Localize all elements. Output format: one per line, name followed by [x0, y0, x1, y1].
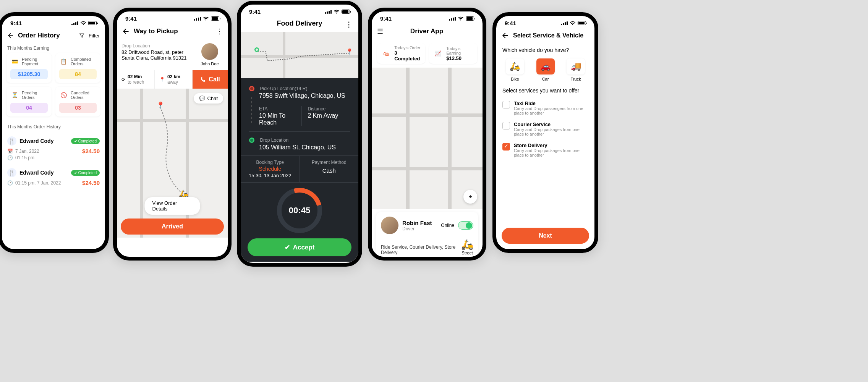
- earning-section-label: This Months Earning: [2, 43, 105, 53]
- order-history-item[interactable]: 🍴 Edward Cody ✔ Completed 📅7 Jan, 2022 $…: [2, 132, 105, 163]
- stats-grid: 💳 PendingPayment $1205.30 📋 CompletedOrd…: [2, 53, 105, 117]
- phone-food-delivery: 9:41 Food Delivery ⋮ 📍 Pick-Up Location(…: [237, 1, 362, 267]
- stat-value: 03: [59, 103, 97, 113]
- service-option-courier[interactable]: Courier ServiceCarry and Drop packages f…: [496, 118, 594, 139]
- customer-avatar[interactable]: [201, 43, 218, 60]
- todays-order-card[interactable]: 🛍 Today's Order3 Completed: [377, 43, 425, 64]
- customer-name: Edward Cody: [19, 138, 53, 144]
- route-path: [155, 104, 189, 199]
- driver-profile-card: Robin Fast Driver Online Ride Service, C…: [376, 212, 478, 260]
- back-arrow-icon[interactable]: [7, 32, 14, 39]
- wifi-icon: [570, 21, 576, 26]
- my-location-button[interactable]: ⌖: [463, 190, 477, 204]
- customer-name: John Doe: [196, 62, 223, 66]
- drop-address: 105 William St, Chicago, US: [249, 144, 350, 151]
- phone-driver-app: 9:41 ☰ Driver App 🛍 Today's Order3 Compl…: [368, 8, 486, 261]
- view-order-details-button[interactable]: View Order Details: [145, 197, 200, 215]
- distance-value: 2 Km Away: [308, 112, 350, 119]
- car-icon: 🚗: [536, 58, 555, 74]
- back-arrow-icon[interactable]: [502, 32, 509, 39]
- driver-name: Robin Fast: [402, 220, 437, 226]
- stat-card-pending-orders[interactable]: ⏳ PendingOrders 04: [6, 87, 52, 117]
- countdown-timer: 00:45: [277, 188, 322, 233]
- start-point-icon: [254, 47, 259, 52]
- service-option-store-delivery[interactable]: Store DeliveryCarry and Drop packages fr…: [496, 139, 594, 160]
- back-arrow-icon[interactable]: [122, 28, 130, 35]
- checkbox[interactable]: [502, 143, 510, 151]
- battery-icon: [466, 16, 474, 21]
- map-view[interactable]: 📍: [241, 32, 358, 78]
- status-bar: 9:41: [117, 11, 228, 23]
- battery-icon: [211, 16, 219, 21]
- vehicle-option-bike[interactable]: 🛵Bike: [502, 58, 528, 81]
- status-bar: 9:41: [496, 16, 594, 28]
- chat-button[interactable]: 💬Chat: [194, 93, 223, 104]
- money-icon: 💳: [10, 57, 19, 66]
- eta-value: 10 Min To Reach: [259, 112, 301, 126]
- call-button[interactable]: Call: [193, 70, 228, 89]
- stat-card-completed-orders[interactable]: 📋 CompletedOrders 84: [55, 53, 100, 83]
- status-time: 9:41: [125, 15, 137, 22]
- stat-value: $1205.30: [10, 69, 48, 79]
- menu-icon[interactable]: ☰: [377, 27, 383, 36]
- booking-details: Booking Type Schedule 15:30, 13 Jan 2022…: [241, 155, 358, 183]
- order-amount: $24.50: [82, 148, 100, 154]
- check-icon: ✔: [285, 243, 290, 251]
- status-time: 9:41: [249, 8, 261, 15]
- battery-icon: [342, 10, 350, 14]
- phone-icon: [200, 76, 206, 83]
- drop-location-card: Drop Location 82 Driftwood Road, st, pet…: [117, 39, 228, 70]
- drop-label: Drop Location: [121, 43, 193, 49]
- online-label: Online: [441, 223, 454, 228]
- truck-icon: 🚚: [567, 58, 585, 74]
- checklist-icon: 📋: [59, 57, 68, 66]
- driver-role: Driver: [402, 226, 437, 231]
- map-view[interactable]: ⌖: [372, 68, 483, 209]
- status-bar: 9:41: [372, 11, 483, 23]
- arrived-button[interactable]: Arrived: [121, 219, 224, 235]
- stat-card-pending-payment[interactable]: 💳 PendingPayment $1205.30: [6, 53, 52, 83]
- signal-icon: [561, 21, 568, 25]
- hourglass-icon: ⏳: [10, 91, 19, 99]
- checkbox[interactable]: [502, 122, 510, 129]
- drop-dot-icon: [249, 138, 254, 143]
- pickup-dot-icon: [249, 86, 254, 91]
- vehicle-option-truck[interactable]: 🚚Truck: [563, 58, 588, 81]
- clock-icon: 🕐: [7, 155, 13, 160]
- more-icon[interactable]: ⋮: [216, 27, 222, 36]
- scooter-icon: 🛵: [461, 239, 473, 251]
- checkbox[interactable]: [502, 101, 510, 108]
- status-bar: 9:41: [2, 16, 105, 28]
- page-title: Select Service & Vehicle: [513, 32, 583, 39]
- order-info-panel: Pick-Up Location(14 R) 7958 Swift Villag…: [241, 78, 358, 262]
- driver-avatar[interactable]: [381, 217, 398, 234]
- todays-earning-card[interactable]: 📈 Today's Earning$12.50: [429, 43, 477, 64]
- more-icon[interactable]: ⋮: [345, 20, 352, 29]
- drop-label: Drop Location: [260, 138, 288, 143]
- bike-icon: 🛵: [506, 58, 524, 74]
- service-option-taxi[interactable]: Taxi RideCarry and Drop passengers from …: [496, 97, 594, 118]
- stat-value: 04: [10, 103, 48, 113]
- status-time: 9:41: [10, 20, 22, 26]
- order-history-item[interactable]: 🍴 Edward Cody ✔ Completed 🕐01:15 pm, 7 J…: [2, 163, 105, 189]
- filter-icon[interactable]: [79, 32, 85, 39]
- page-title: Order History: [18, 32, 60, 39]
- stat-card-cancelled-orders[interactable]: 🚫 CancelledOrders 03: [55, 87, 100, 117]
- distance-icon: 📍: [159, 77, 165, 82]
- signal-icon: [325, 10, 332, 14]
- status-badge: ✔ Completed: [71, 170, 100, 176]
- stat-value: 84: [59, 69, 97, 79]
- summary-cards: 🛍 Today's Order3 Completed 📈 Today's Ear…: [372, 39, 483, 68]
- phone-select-service: 9:41 Select Service & Vehicle Which vehi…: [492, 12, 598, 253]
- online-toggle[interactable]: [458, 221, 473, 230]
- pickup-label: Pick-Up Location(14 R): [260, 86, 307, 91]
- route-path: [256, 45, 351, 68]
- restaurant-icon: 🍴: [7, 168, 16, 177]
- vehicle-option-car[interactable]: 🚗Car: [533, 58, 558, 81]
- vehicle-question: Which vehicle do you have?: [496, 43, 594, 57]
- next-button[interactable]: Next: [502, 228, 589, 244]
- wifi-icon: [334, 10, 340, 14]
- filter-label[interactable]: Filter: [89, 33, 100, 39]
- map-view[interactable]: 📍 🛵 💬Chat View Order Details Arrived: [117, 89, 228, 238]
- accept-button[interactable]: ✔ Accept: [248, 238, 351, 256]
